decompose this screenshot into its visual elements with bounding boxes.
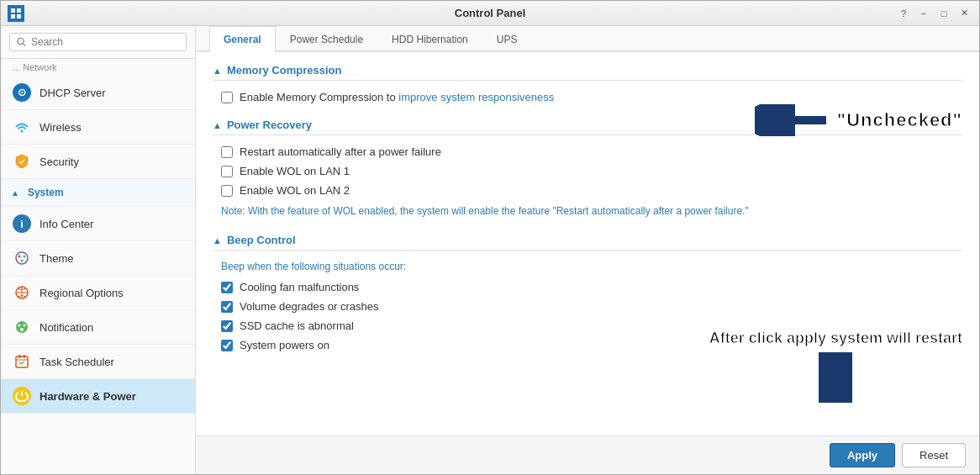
sidebar-label-hw-power: Hardware & Power	[40, 390, 136, 403]
svg-rect-18	[24, 355, 26, 358]
main-area: ... Network ⊙ DHCP Server Wireless Secur…	[1, 26, 979, 474]
sidebar-label-notification: Notification	[40, 321, 93, 334]
svg-point-15	[20, 328, 24, 331]
theme-icon	[13, 249, 31, 267]
arrow-down-icon	[819, 352, 852, 403]
beep-control-header: ▲ Beep Control	[213, 234, 962, 251]
tab-power-schedule[interactable]: Power Schedule	[276, 26, 377, 52]
wol-lan2-checkbox[interactable]	[221, 185, 233, 197]
restart-after-power-failure-checkbox[interactable]	[221, 146, 233, 158]
security-icon	[13, 152, 31, 171]
regional-icon	[13, 283, 31, 302]
footer: Apply Reset	[196, 435, 979, 474]
sidebar: ... Network ⊙ DHCP Server Wireless Secur…	[1, 26, 196, 474]
svg-rect-2	[11, 14, 15, 18]
sidebar-label-info: Info Center	[40, 218, 93, 230]
beep-cooling-fan-checkbox[interactable]	[221, 282, 233, 293]
close-button[interactable]: ✕	[956, 5, 972, 22]
sidebar-network-partial: ... Network	[1, 59, 195, 76]
beep-intro-text: Beep when the following situations occur…	[221, 261, 962, 272]
tab-hdd-hibernation[interactable]: HDD Hibernation	[377, 26, 482, 52]
search-input[interactable]	[31, 36, 179, 48]
wol-lan1-row: Enable WOL on LAN 1	[221, 165, 962, 177]
main-panel: ▲ Memory Compression Enable Memory Compr…	[196, 52, 979, 435]
search-box	[1, 26, 195, 59]
sidebar-item-theme[interactable]: Theme	[1, 241, 195, 276]
wol-lan2-label[interactable]: Enable WOL on LAN 2	[240, 184, 350, 197]
svg-point-8	[18, 256, 21, 258]
svg-line-5	[24, 44, 25, 45]
notification-icon	[13, 318, 31, 336]
beep-system-powers-on-label[interactable]: System powers on	[240, 339, 329, 351]
svg-rect-3	[17, 14, 21, 18]
wol-lan1-checkbox[interactable]	[221, 166, 233, 177]
sidebar-label-wireless: Wireless	[40, 121, 82, 134]
restart-annotation-text: After click apply system will restart	[709, 330, 962, 347]
memory-compression-header: ▲ Memory Compression	[213, 64, 962, 81]
sidebar-item-regional-options[interactable]: Regional Options	[1, 276, 195, 310]
svg-rect-1	[17, 8, 21, 13]
sidebar-label-system: System	[28, 187, 64, 198]
search-icon	[17, 37, 26, 47]
sidebar-item-wireless[interactable]: Wireless	[1, 110, 195, 145]
enable-memory-compression-label[interactable]: Enable Memory Compression to improve sys…	[240, 91, 554, 103]
main-window: Control Panel ? − □ ✕ ... Network ⊙	[0, 0, 980, 475]
beep-volume-checkbox[interactable]	[221, 301, 233, 313]
svg-rect-16	[16, 356, 28, 367]
beep-control-chevron[interactable]: ▲	[213, 235, 222, 245]
tab-general[interactable]: General	[209, 26, 276, 52]
content-area: General Power Schedule HDD Hibernation U…	[196, 26, 979, 474]
apply-button[interactable]: Apply	[830, 443, 895, 467]
sidebar-item-dhcp-server[interactable]: ⊙ DHCP Server	[1, 76, 195, 110]
sidebar-item-info-center[interactable]: i Info Center	[1, 207, 195, 241]
unchecked-label: "Unchecked"	[837, 109, 962, 131]
power-recovery-chevron[interactable]: ▲	[213, 120, 222, 130]
system-chevron: ▲	[11, 188, 19, 198]
power-recovery-title: Power Recovery	[227, 119, 312, 131]
beep-system-powers-on-checkbox[interactable]	[221, 340, 233, 351]
svg-rect-17	[18, 355, 21, 358]
info-icon: i	[13, 214, 31, 233]
restart-annotation: After click apply system will restart	[709, 330, 962, 403]
enable-memory-compression-checkbox[interactable]	[221, 92, 233, 103]
hw-power-icon	[13, 387, 31, 405]
beep-cooling-fan-label[interactable]: Cooling fan malfunctions	[240, 281, 359, 293]
restart-after-power-failure-row: Restart automatically after a power fail…	[221, 145, 962, 158]
beep-volume-label[interactable]: Volume degrades or crashes	[240, 300, 378, 313]
minimize-button[interactable]: −	[915, 5, 932, 22]
sidebar-item-hardware-power[interactable]: Hardware & Power	[1, 379, 195, 414]
arrow-down-wrap	[709, 352, 962, 403]
memory-compression-chevron[interactable]: ▲	[213, 66, 222, 76]
sidebar-item-security[interactable]: Security	[1, 145, 195, 179]
search-input-wrap[interactable]	[9, 33, 187, 51]
beep-ssd-label[interactable]: SSD cache is abnormal	[240, 319, 354, 332]
app-icon	[8, 5, 24, 22]
svg-point-14	[24, 325, 26, 327]
sidebar-label-regional: Regional Options	[40, 287, 124, 299]
window-title: Control Panel	[455, 7, 526, 19]
wol-lan1-label[interactable]: Enable WOL on LAN 1	[240, 165, 350, 177]
beep-ssd-checkbox[interactable]	[221, 320, 233, 332]
memory-compression-title: Memory Compression	[227, 64, 342, 77]
sidebar-section-system[interactable]: ▲ System	[1, 179, 195, 207]
sidebar-item-task-scheduler[interactable]: Task Scheduler	[1, 345, 195, 379]
help-button[interactable]: ?	[895, 5, 912, 22]
maximize-button[interactable]: □	[935, 5, 952, 22]
svg-point-10	[21, 260, 24, 262]
sidebar-label-dhcp: DHCP Server	[40, 87, 106, 99]
sidebar-item-notification[interactable]: Notification	[1, 310, 195, 345]
arrow-left-icon	[755, 104, 830, 136]
svg-point-13	[18, 325, 21, 327]
reset-button[interactable]: Reset	[902, 443, 966, 467]
tab-ups[interactable]: UPS	[482, 26, 532, 52]
unchecked-annotation: "Unchecked"	[755, 104, 962, 136]
beep-volume-row: Volume degrades or crashes	[221, 300, 962, 313]
control-panel-icon	[10, 8, 22, 19]
svg-point-7	[16, 252, 28, 264]
task-icon	[13, 352, 31, 371]
sidebar-label-theme: Theme	[40, 252, 73, 265]
wol-note-text: Note: With the feature of WOL enabled, t…	[221, 205, 749, 217]
svg-point-6	[21, 130, 24, 133]
wol-lan2-row: Enable WOL on LAN 2	[221, 184, 962, 197]
restart-after-power-failure-label[interactable]: Restart automatically after a power fail…	[240, 145, 441, 158]
